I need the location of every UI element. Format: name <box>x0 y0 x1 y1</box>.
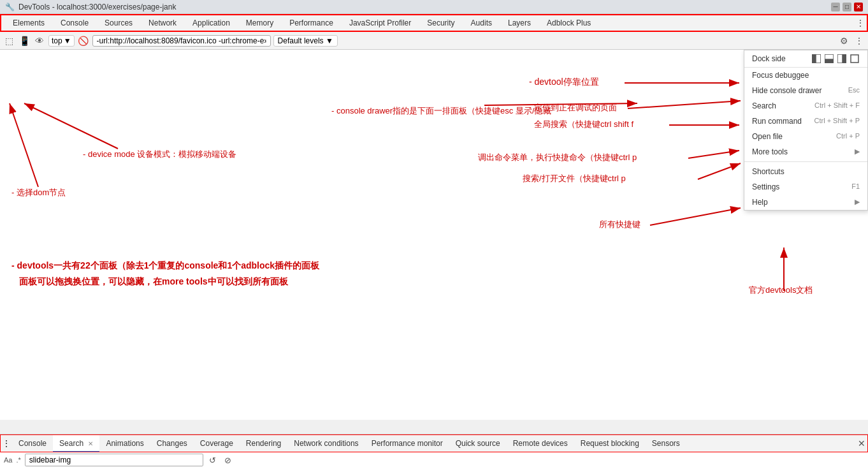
log-level-text: Default levels ▼ <box>278 36 333 45</box>
menu-label-settings: Settings <box>752 182 779 191</box>
dropdown-menu: Dock side Focus debuggee Hide c <box>744 50 868 211</box>
menu-label-open-file: Open file <box>752 132 783 141</box>
title-icon: 🔧 <box>5 3 15 11</box>
menu-item-search[interactable]: Search Ctrl + Shift + F <box>744 98 867 114</box>
regex-label: .* <box>16 456 20 464</box>
menu-label-more-tools: More tools <box>752 147 788 156</box>
svg-rect-14 <box>825 54 834 59</box>
log-level-selector[interactable]: Default levels ▼ <box>273 35 338 47</box>
tab-performance[interactable]: Performance <box>282 14 342 32</box>
maximize-button[interactable]: □ <box>843 3 851 11</box>
drawer-tab-request-blocking[interactable]: Request blocking <box>574 434 646 452</box>
drawer-tab-remote-devices[interactable]: Remote devices <box>507 434 574 452</box>
drawer-tab-quick-source[interactable]: Quick source <box>449 434 507 452</box>
svg-rect-12 <box>816 54 821 63</box>
drawer-tab-rendering[interactable]: Rendering <box>240 434 287 452</box>
close-button[interactable]: ✕ <box>854 3 863 11</box>
annotation-select-dom: - 选择dom节点 <box>11 187 66 198</box>
menu-item-more-tools[interactable]: More tools ▶ <box>744 144 867 159</box>
menu-shortcut-run-command: Ctrl + Shift + P <box>814 117 860 126</box>
menu-item-shortcuts[interactable]: Shortcuts <box>744 164 867 179</box>
svg-rect-16 <box>837 54 843 63</box>
menu-shortcut-open-file: Ctrl + P <box>836 132 860 141</box>
dock-icons-group[interactable] <box>811 54 860 64</box>
tab-memory[interactable]: Memory <box>238 14 282 32</box>
svg-line-9 <box>650 208 741 225</box>
drawer-tabs-bar: ⋮ Console Search ✕ Animations Changes Co… <box>0 434 868 452</box>
drawer-tab-sensors[interactable]: Sensors <box>646 434 686 452</box>
svg-line-2 <box>24 103 118 149</box>
tab-network[interactable]: Network <box>141 14 185 32</box>
annotation-locate-debugee: - 定位到正在调试的页面 <box>529 102 617 114</box>
menu-header: Dock side <box>744 50 867 68</box>
svg-line-8 <box>698 163 741 179</box>
menu-item-open-file[interactable]: Open file Ctrl + P <box>744 129 867 144</box>
tab-console[interactable]: Console <box>53 14 97 32</box>
select-element-icon[interactable]: ⬚ <box>3 34 15 47</box>
drawer-tab-console[interactable]: Console <box>12 434 53 452</box>
drawer-menu-icon[interactable]: ⋮ <box>1 439 12 448</box>
dock-left-icon[interactable] <box>811 54 821 64</box>
tab-layers[interactable]: Layers <box>500 14 539 32</box>
menu-item-help[interactable]: Help ▶ <box>744 195 867 210</box>
svg-rect-11 <box>812 54 816 63</box>
svg-line-1 <box>10 103 38 187</box>
dock-separate-icon[interactable] <box>850 54 860 64</box>
menu-item-focus-debuggee[interactable]: Focus debuggee <box>744 68 867 83</box>
menu-item-settings[interactable]: Settings F1 <box>744 179 867 195</box>
window-controls[interactable]: ─ □ ✕ <box>831 3 863 11</box>
drawer-tab-changes[interactable]: Changes <box>150 434 194 452</box>
svg-rect-17 <box>851 55 858 63</box>
clear-search-icon[interactable]: ⊘ <box>222 454 234 466</box>
svg-rect-13 <box>825 59 834 63</box>
devtools-toolbar: ⬚ 📱 👁 top ▼ 🚫 Default levels ▼ ⚙ ⋮ <box>0 32 868 50</box>
frame-dropdown-arrow: ▼ <box>64 36 71 45</box>
settings-icon[interactable]: ⚙ <box>837 34 850 47</box>
svg-rect-15 <box>843 54 846 63</box>
drawer-tab-animations[interactable]: Animations <box>99 434 150 452</box>
tab-application[interactable]: Application <box>185 14 238 32</box>
drawer-tab-performance-monitor[interactable]: Performance monitor <box>365 434 449 452</box>
frame-selector[interactable]: top ▼ <box>48 35 75 47</box>
annotation-console-drawer: - console drawer指的是下面一排面板（快捷键esc 显示/隐藏 <box>331 105 551 117</box>
dock-bottom-icon[interactable] <box>824 54 834 64</box>
annotation-official-doc: 官方devtools文档 <box>749 285 813 296</box>
drawer-tab-search[interactable]: Search ✕ <box>53 434 99 452</box>
bottom-drawer: ⋮ Console Search ✕ Animations Changes Co… <box>0 434 868 467</box>
svg-line-7 <box>688 151 739 158</box>
more-tabs-button[interactable]: ⋮ <box>854 17 867 29</box>
tab-adblock[interactable]: Adblock Plus <box>539 14 599 32</box>
tab-elements[interactable]: Elements <box>5 14 53 32</box>
refresh-search-icon[interactable]: ↺ <box>207 454 219 466</box>
annotation-search-file: 搜索/打开文件（快捷键ctrl p <box>523 173 626 184</box>
annotation-all-shortcuts: 所有快捷键 <box>599 219 640 230</box>
drawer-tab-network-conditions[interactable]: Network conditions <box>287 434 365 452</box>
menu-label-focus-debuggee: Focus debuggee <box>752 71 809 80</box>
title-text: DevTools - localhost:3000/exercises/page… <box>18 3 831 11</box>
annotation-device-mode: - device mode 设备模式：模拟移动端设备 <box>83 149 236 160</box>
eye-slash-icon[interactable]: 🚫 <box>77 34 90 47</box>
close-drawer-icon[interactable]: ✕ <box>856 438 867 448</box>
dock-side-label: Dock side <box>752 54 786 63</box>
menu-item-hide-console[interactable]: Hide console drawer Esc <box>744 83 867 98</box>
tab-js-profiler[interactable]: JavaScript Profiler <box>342 14 419 32</box>
search-input[interactable] <box>25 454 203 466</box>
eye-icon[interactable]: 👁 <box>33 34 46 47</box>
url-filter-input[interactable] <box>92 35 271 47</box>
device-mode-icon[interactable]: 📱 <box>18 34 31 47</box>
menu-shortcut-help: ▶ <box>855 198 860 207</box>
svg-line-5 <box>628 101 741 108</box>
dock-right-icon[interactable] <box>837 54 847 64</box>
menu-item-run-command[interactable]: Run command Ctrl + Shift + P <box>744 114 867 129</box>
menu-separator-1 <box>744 161 867 162</box>
tab-sources[interactable]: Sources <box>97 14 141 32</box>
close-search-tab-icon[interactable]: ✕ <box>88 440 93 447</box>
more-options-icon[interactable]: ⋮ <box>853 34 865 47</box>
drawer-tab-coverage[interactable]: Coverage <box>194 434 240 452</box>
annotation-global-search: 全局搜索（快捷键ctrl shift f <box>534 119 633 130</box>
minimize-button[interactable]: ─ <box>831 3 840 11</box>
tab-security[interactable]: Security <box>419 14 463 32</box>
menu-shortcut-search: Ctrl + Shift + F <box>814 101 860 110</box>
menu-shortcut-more-tools: ▶ <box>855 147 860 156</box>
tab-audits[interactable]: Audits <box>463 14 500 32</box>
